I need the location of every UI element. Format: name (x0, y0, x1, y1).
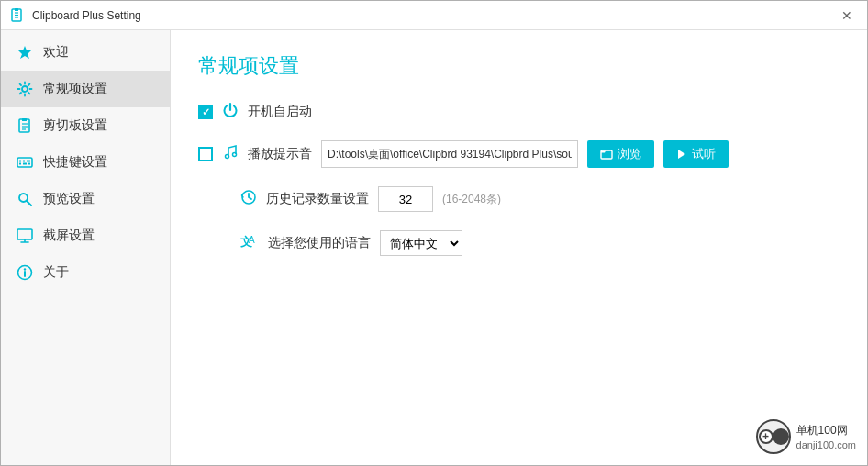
monitor-icon (16, 227, 34, 245)
sidebar-label-about: 关于 (43, 264, 69, 281)
language-row: 文 A 选择您使用的语言 简体中文 English 繁體中文 (198, 230, 840, 256)
language-label: 选择您使用的语言 (268, 235, 371, 251)
history-hint: (16-2048条) (442, 192, 501, 207)
keyboard-icon (16, 153, 34, 172)
svg-rect-4 (15, 8, 18, 11)
sidebar-label-hotkey: 快捷键设置 (43, 154, 107, 171)
svg-rect-16 (23, 163, 27, 165)
sound-path-input[interactable] (321, 140, 578, 168)
sidebar-label-screenshot: 截屏设置 (43, 227, 95, 244)
clipboard-icon (16, 116, 34, 135)
main-panel: 常规项设置 开机自启动 (171, 30, 867, 465)
listen-button[interactable]: 试听 (663, 140, 729, 168)
watermark-text: 单机100网 danji100.com (796, 423, 856, 451)
sidebar-item-preview[interactable]: 预览设置 (1, 181, 170, 217)
language-icon: 文 A (240, 233, 259, 253)
history-row: 历史记录数量设置 (16-2048条) (198, 186, 840, 212)
sidebar-label-clipboard: 剪切板设置 (43, 117, 107, 134)
history-icon (240, 189, 257, 209)
sidebar-label-welcome: 欢迎 (43, 44, 69, 61)
sidebar-item-screenshot[interactable]: 截屏设置 (1, 217, 170, 254)
svg-point-26 (24, 268, 26, 270)
play-icon (676, 149, 687, 160)
watermark: + 单机100网 danji100.com (756, 419, 856, 454)
sidebar-item-about[interactable]: 关于 (1, 254, 170, 291)
title-bar-left: Clipboard Plus Setting (10, 8, 141, 23)
power-icon (222, 102, 239, 122)
svg-rect-7 (22, 118, 27, 121)
language-select[interactable]: 简体中文 English 繁體中文 (380, 230, 462, 256)
svg-rect-21 (17, 229, 32, 239)
music-icon (222, 144, 239, 164)
svg-text:A: A (249, 235, 255, 245)
sidebar: 欢迎 常规项设置 (1, 30, 171, 465)
svg-rect-14 (27, 161, 28, 162)
svg-rect-11 (17, 158, 32, 167)
close-button[interactable]: ✕ (834, 5, 860, 27)
svg-rect-13 (23, 161, 25, 162)
title-bar: Clipboard Plus Setting ✕ (1, 1, 867, 30)
browse-button[interactable]: 浏览 (587, 140, 654, 168)
autostart-checkbox[interactable] (198, 105, 213, 119)
sidebar-item-hotkey[interactable]: 快捷键设置 (1, 144, 170, 181)
svg-point-5 (22, 86, 28, 92)
svg-point-28 (233, 153, 237, 157)
watermark-logo: + (756, 419, 791, 454)
sidebar-label-preview: 预览设置 (43, 191, 95, 207)
window-title: Clipboard Plus Setting (32, 9, 141, 22)
svg-rect-15 (19, 163, 21, 165)
sound-checkbox[interactable] (198, 147, 213, 161)
content-area: 欢迎 常规项设置 (1, 30, 867, 465)
svg-rect-17 (28, 163, 30, 165)
sound-row: 播放提示音 浏览 试听 (198, 140, 840, 168)
app-icon (10, 8, 25, 23)
folder-icon (600, 148, 613, 161)
listen-label: 试听 (692, 146, 716, 162)
sidebar-item-welcome[interactable]: 欢迎 (1, 34, 170, 71)
svg-marker-30 (678, 150, 685, 159)
sidebar-label-general: 常规项设置 (43, 81, 107, 97)
page-title: 常规项设置 (198, 52, 840, 80)
sidebar-item-general[interactable]: 常规项设置 (1, 71, 170, 107)
search-icon (16, 190, 34, 208)
svg-rect-18 (28, 161, 30, 162)
app-window: Clipboard Plus Setting ✕ 欢迎 常规项设置 (0, 0, 868, 466)
svg-point-27 (226, 155, 229, 159)
svg-rect-12 (19, 161, 21, 162)
info-icon (16, 263, 34, 282)
sound-label: 播放提示音 (248, 146, 312, 162)
autostart-label: 开机自启动 (248, 104, 312, 120)
svg-rect-6 (19, 119, 29, 132)
history-count-input[interactable] (378, 186, 433, 212)
sidebar-item-clipboard[interactable]: 剪切板设置 (1, 107, 170, 144)
svg-line-20 (27, 201, 31, 205)
gear-icon (16, 80, 34, 98)
history-label: 历史记录数量设置 (266, 191, 369, 207)
browse-label: 浏览 (618, 146, 641, 162)
welcome-icon (16, 43, 34, 61)
autostart-row: 开机自启动 (198, 102, 840, 122)
